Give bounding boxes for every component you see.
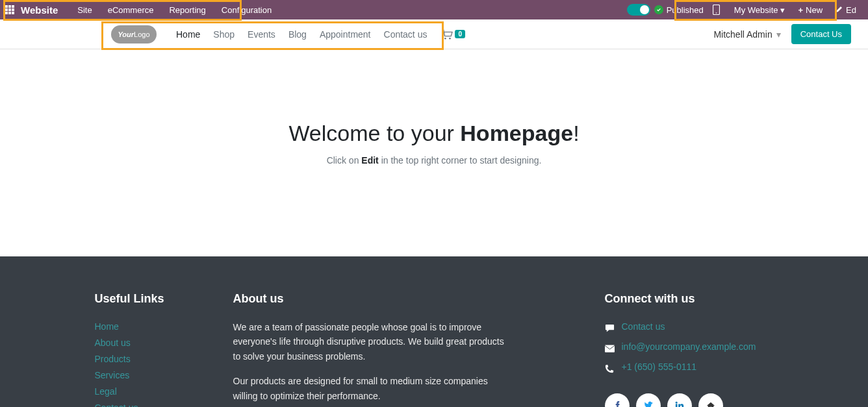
hero-sub-suffix: in the top right corner to start designi… — [379, 155, 542, 166]
footer-link-home[interactable]: Home — [95, 320, 207, 334]
caret-down-icon: ▾ — [776, 29, 781, 40]
cart-button[interactable]: 0 — [441, 29, 465, 40]
hero-sub-prefix: Click on — [327, 155, 362, 166]
connect-title: Connect with us — [605, 292, 774, 306]
footer-email-link[interactable]: info@yourcompany.example.com — [622, 340, 756, 354]
hero-title-suffix: ! — [573, 121, 579, 145]
footer-connect: Connect with us Contact us info@yourcomp… — [605, 292, 774, 407]
footer-link-about[interactable]: About us — [95, 336, 207, 350]
social-row — [605, 393, 774, 407]
new-page-button[interactable]: + New — [791, 0, 829, 19]
apps-grid-icon[interactable] — [5, 5, 14, 14]
website-selector-label: My Website — [734, 5, 778, 15]
user-name-label: Mitchell Admin — [713, 29, 772, 40]
nav-home[interactable]: Home — [170, 29, 207, 40]
contact-us-button[interactable]: Contact Us — [791, 24, 851, 44]
website-selector-dropdown[interactable]: My Website ▾ — [728, 0, 792, 19]
social-linkedin[interactable] — [667, 393, 692, 407]
site-logo[interactable]: YourLogo — [111, 25, 157, 43]
about-p2: Our products are designed for small to m… — [233, 374, 513, 403]
admin-menu-configuration[interactable]: Configuration — [214, 0, 279, 19]
published-check-icon — [654, 5, 663, 14]
hero-title-bold: Homepage — [460, 121, 573, 145]
phone-icon — [605, 364, 617, 373]
nav-blog[interactable]: Blog — [282, 29, 313, 40]
hero-subtitle: Click on Edit in the top right corner to… — [13, 155, 855, 166]
admin-menu-site[interactable]: Site — [70, 0, 99, 19]
new-label: New — [806, 5, 823, 15]
about-title: About us — [233, 292, 513, 306]
chat-icon — [605, 323, 617, 333]
admin-menu-reporting[interactable]: Reporting — [161, 0, 213, 19]
nav-contact[interactable]: Contact us — [377, 29, 434, 40]
mobile-preview-icon[interactable] — [713, 5, 720, 15]
footer-link-contact[interactable]: Contact us — [95, 401, 207, 407]
nav-shop[interactable]: Shop — [207, 29, 241, 40]
nav-events[interactable]: Events — [241, 29, 282, 40]
about-p1: We are a team of passionate people whose… — [233, 320, 513, 364]
site-header: YourLogo Home Shop Events Blog Appointme… — [0, 19, 868, 49]
footer-link-legal[interactable]: Legal — [95, 385, 207, 399]
admin-app-name[interactable]: Website — [21, 5, 58, 16]
footer-about: About us We are a team of passionate peo… — [233, 292, 513, 407]
hero-section: Welcome to your Homepage! Click on Edit … — [0, 49, 868, 256]
admin-menu-ecommerce[interactable]: eCommerce — [100, 0, 162, 19]
footer-useful-links: Useful Links Home About us Products Serv… — [95, 292, 207, 407]
plus-icon: + — [798, 5, 803, 15]
svg-point-6 — [675, 402, 677, 404]
social-home[interactable] — [698, 393, 723, 407]
footer-phone-link[interactable]: +1 (650) 555-0111 — [622, 360, 697, 374]
pencil-icon — [836, 5, 843, 15]
hero-title-prefix: Welcome to your — [288, 121, 460, 145]
footer: Useful Links Home About us Products Serv… — [0, 256, 868, 407]
edit-button[interactable]: Ed — [829, 0, 863, 19]
svg-point-3 — [450, 37, 452, 39]
edit-label: Ed — [846, 5, 856, 15]
social-facebook[interactable] — [605, 393, 630, 407]
footer-link-services[interactable]: Services — [95, 369, 207, 382]
caret-down-icon: ▾ — [780, 5, 785, 15]
footer-contact-link[interactable]: Contact us — [622, 320, 665, 334]
user-menu-dropdown[interactable]: Mitchell Admin ▾ — [713, 29, 780, 40]
publish-toggle[interactable] — [627, 4, 650, 16]
hero-sub-bold: Edit — [361, 155, 378, 166]
cart-count-badge: 0 — [455, 30, 465, 38]
svg-rect-4 — [605, 345, 615, 352]
envelope-icon — [605, 345, 617, 352]
cart-icon — [441, 29, 453, 40]
useful-links-title: Useful Links — [95, 292, 207, 306]
svg-point-2 — [444, 37, 446, 39]
published-label: Published — [667, 5, 704, 15]
nav-appointment[interactable]: Appointment — [313, 29, 377, 40]
social-twitter[interactable] — [636, 393, 661, 407]
svg-rect-5 — [675, 404, 677, 407]
contact-link-row: Contact us — [605, 320, 774, 336]
email-row: info@yourcompany.example.com — [605, 340, 774, 356]
footer-link-products[interactable]: Products — [95, 352, 207, 366]
hero-title: Welcome to your Homepage! — [13, 121, 855, 146]
phone-row: +1 (650) 555-0111 — [605, 360, 774, 376]
svg-point-1 — [716, 12, 717, 14]
admin-bar: Website Site eCommerce Reporting Configu… — [0, 0, 868, 19]
